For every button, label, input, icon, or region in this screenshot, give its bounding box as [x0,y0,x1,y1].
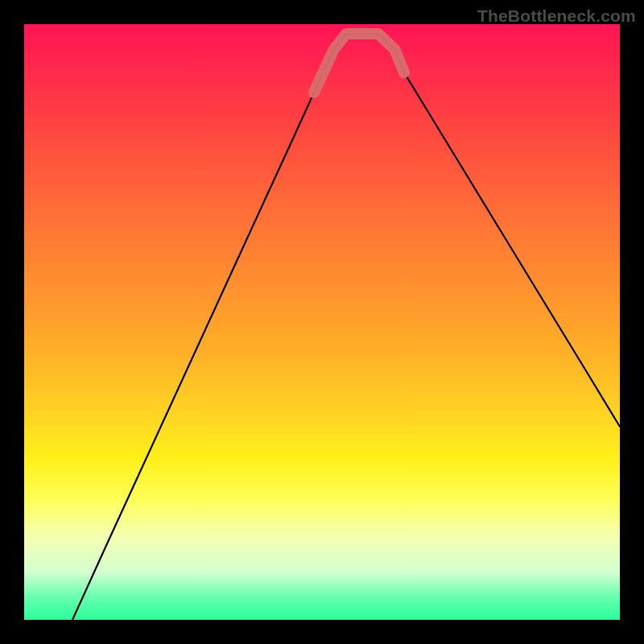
chart-svg [24,24,620,620]
plot-area [24,24,620,620]
black-curve [72,34,620,620]
watermark-text: TheBottleneck.com [477,6,636,26]
chart-stage: TheBottleneck.com [0,0,644,644]
highlight-band [314,34,404,93]
